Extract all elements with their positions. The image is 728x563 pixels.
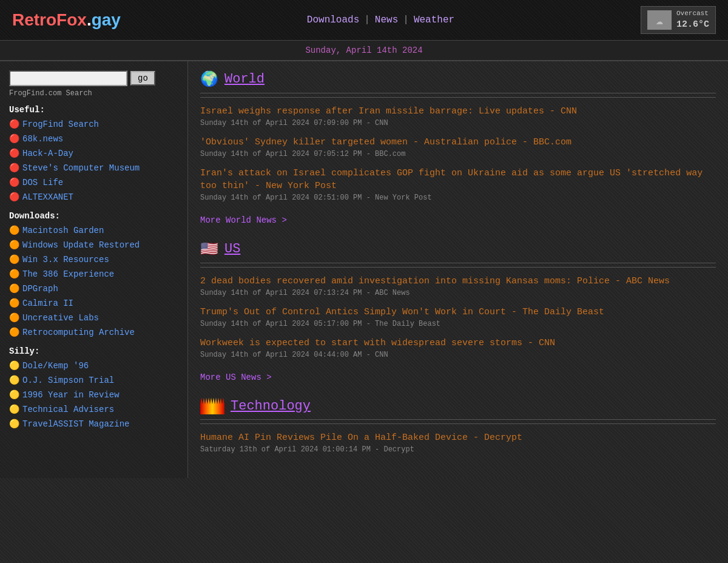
world-section: 🌍 World Israel weighs response after Ira…	[200, 70, 716, 225]
title-retro: RetroFox	[12, 10, 87, 29]
list-item: 🟠The 386 Experience	[9, 268, 178, 281]
news-meta: Saturday 13th of April 2024 01:00:14 PM …	[200, 445, 716, 454]
nav-downloads[interactable]: Downloads	[307, 15, 359, 25]
bullet-icon: 🟠	[9, 224, 19, 237]
link-steve-museum[interactable]: Steve's Computer Museum	[22, 162, 140, 175]
link-oj[interactable]: O.J. Simpson Trial	[22, 374, 114, 387]
link-68k[interactable]: 68k.news	[22, 133, 63, 146]
silly-title: Silly:	[9, 346, 178, 356]
news-link[interactable]: 'Obvious' Sydney killer targeted women -…	[200, 137, 571, 147]
news-item: 2 dead bodies recovered amid investigati…	[200, 275, 716, 297]
search-button[interactable]: go	[130, 71, 155, 86]
site-logo[interactable]: RetroFox.gay	[12, 10, 121, 30]
link-386-exp[interactable]: The 386 Experience	[22, 268, 114, 281]
bullet-icon: 🟡	[9, 360, 19, 373]
news-meta: Sunday 14th of April 2024 07:05:12 PM - …	[200, 150, 716, 158]
link-uncreative[interactable]: Uncreative Labs	[22, 312, 99, 325]
bullet-icon: 🟠	[9, 254, 19, 266]
bullet-icon: 🟠	[9, 268, 19, 281]
weather-temp: 12.6°C	[676, 18, 709, 31]
link-altexxanet[interactable]: ALTEXXANET	[22, 191, 73, 204]
news-meta: Sunday 14th of April 2024 07:13:24 PM - …	[200, 289, 716, 297]
news-link[interactable]: Trump's Out of Control Antics Simply Won…	[200, 307, 604, 317]
weather-text: Overcast 12.6°C	[676, 9, 709, 31]
list-item: 🟡O.J. Simpson Trial	[9, 374, 178, 387]
link-win3x[interactable]: Win 3.x Resources	[22, 254, 109, 266]
list-item: 🔴68k.news	[9, 133, 178, 146]
bullet-icon: 🔴	[9, 133, 19, 146]
technology-section: Technology Humane AI Pin Reviews Pile On…	[200, 397, 716, 454]
world-icon: 🌍	[200, 70, 218, 88]
bullet-icon: 🟠	[9, 283, 19, 295]
tech-section-header: Technology	[200, 397, 716, 420]
bullet-icon: 🟡	[9, 418, 19, 431]
search-input[interactable]	[9, 70, 127, 86]
link-dos-life[interactable]: DOS Life	[22, 177, 63, 189]
nav-news[interactable]: News	[375, 15, 398, 25]
news-item: Israel weighs response after Iran missil…	[200, 105, 716, 127]
page-header: RetroFox.gay Downloads | News | Weather …	[0, 0, 728, 41]
bullet-icon: 🔴	[9, 177, 19, 189]
bullet-icon: 🟡	[9, 403, 19, 416]
bullet-icon: 🔴	[9, 162, 19, 175]
bullet-icon: 🟠	[9, 312, 19, 325]
title-gay: gay	[92, 10, 121, 29]
tech-section-title: Technology	[231, 399, 311, 414]
more-world-link[interactable]: More World News >	[200, 215, 287, 225]
news-link[interactable]: Israel weighs response after Iran missil…	[200, 106, 577, 116]
list-item: 🔴Hack-A-Day	[9, 147, 178, 160]
downloads-title: Downloads:	[9, 211, 178, 221]
news-item: Trump's Out of Control Antics Simply Won…	[200, 306, 716, 328]
bullet-icon: 🟠	[9, 297, 19, 310]
news-meta: Sunday 14th of April 2024 07:09:00 PM - …	[200, 119, 716, 127]
news-meta: Sunday 14th of April 2024 05:17:00 PM - …	[200, 320, 716, 328]
news-meta: Sunday 14th of April 2024 04:44:00 AM - …	[200, 351, 716, 359]
list-item: 🟠Win 3.x Resources	[9, 254, 178, 266]
nav-weather[interactable]: Weather	[414, 15, 454, 25]
us-section-header: 🇺🇸 US	[200, 240, 716, 263]
link-hackaday[interactable]: Hack-A-Day	[22, 147, 73, 160]
bullet-icon: 🟠	[9, 326, 19, 339]
list-item: 🟠Retrocomputing Archive	[9, 326, 178, 339]
link-calmira[interactable]: Calmira II	[22, 297, 73, 310]
link-win-update[interactable]: Windows Update Restored	[22, 239, 140, 252]
link-dpgraph[interactable]: DPGraph	[22, 283, 58, 295]
world-section-title: World	[224, 72, 265, 87]
news-link[interactable]: Workweek is expected to start with wides…	[200, 338, 555, 348]
list-item: 🟡Technical Advisers	[9, 403, 178, 416]
more-us-link[interactable]: More US News >	[200, 373, 272, 382]
useful-title: Useful:	[9, 105, 178, 115]
list-item: 🟠Windows Update Restored	[9, 239, 178, 252]
link-frogfind[interactable]: FrogFind Search	[22, 118, 99, 131]
bullet-icon: 🔴	[9, 191, 19, 204]
news-link[interactable]: 2 dead bodies recovered amid investigati…	[200, 276, 670, 286]
sidebar: go FrogFind.com Search Useful: 🔴FrogFind…	[0, 61, 188, 478]
title-dot: .	[87, 10, 92, 29]
news-link[interactable]: Humane AI Pin Reviews Pile On a Half-Bak…	[200, 433, 522, 443]
link-mac-garden[interactable]: Macintosh Garden	[22, 224, 104, 237]
link-travel-assist[interactable]: TravelASSIST Magazine	[22, 418, 129, 431]
news-link[interactable]: Iran's attack on Israel complicates GOP …	[200, 168, 703, 191]
news-item: Humane AI Pin Reviews Pile On a Half-Bak…	[200, 431, 716, 454]
link-dole-kemp[interactable]: Dole/Kemp '96	[22, 360, 89, 373]
list-item: 🟡1996 Year in Review	[9, 389, 178, 402]
list-item: 🟡Dole/Kemp '96	[9, 360, 178, 373]
search-label: FrogFind.com Search	[9, 89, 178, 98]
nav-sep-2: |	[403, 15, 409, 25]
list-item: 🔴DOS Life	[9, 177, 178, 189]
date-bar: Sunday, April 14th 2024	[0, 41, 728, 61]
nav-links: Downloads | News | Weather	[307, 15, 454, 25]
link-tech-advisers[interactable]: Technical Advisers	[22, 403, 114, 416]
current-date: Sunday, April 14th 2024	[305, 46, 422, 55]
weather-icon: ☁️	[647, 10, 672, 30]
news-item: 'Obvious' Sydney killer targeted women -…	[200, 136, 716, 158]
list-item: 🔴FrogFind Search	[9, 118, 178, 131]
link-1996-review[interactable]: 1996 Year in Review	[22, 389, 120, 402]
bullet-icon: 🟠	[9, 239, 19, 252]
downloads-section: Downloads: 🟠Macintosh Garden 🟠Windows Up…	[9, 211, 178, 339]
list-item: 🔴Steve's Computer Museum	[9, 162, 178, 175]
us-section-title: US	[224, 241, 240, 257]
news-item: Workweek is expected to start with wides…	[200, 337, 716, 359]
search-form: go	[9, 70, 178, 86]
link-retroarch[interactable]: Retrocomputing Archive	[22, 326, 135, 339]
